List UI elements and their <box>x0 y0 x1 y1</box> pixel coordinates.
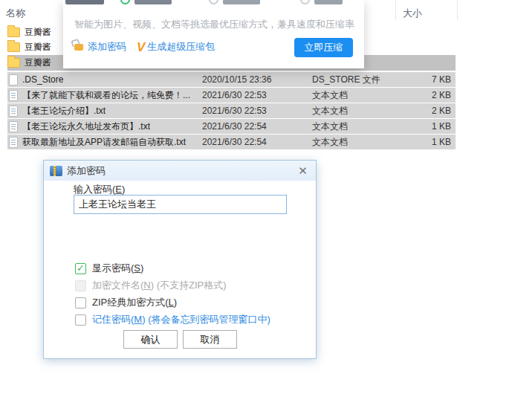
panel-links-row: 添加密码 V 生成超级压缩包 <box>74 40 215 54</box>
v-logo-icon: V <box>137 41 145 54</box>
file-date: 2021/6/30 22:53 <box>202 90 267 100</box>
radio-label-clipped <box>223 0 260 4</box>
show-password-checkbox-row[interactable]: 显示密码(S) <box>75 262 143 275</box>
list-item-file[interactable]: .DS_Store 2020/10/15 23:36 DS_STORE 文件 7… <box>7 72 456 87</box>
checkbox-disabled-icon <box>75 280 86 291</box>
list-item-file[interactable]: 【来了就能下载和观看的论坛，纯免费！... 2021/6/30 22:53 文本… <box>7 88 456 103</box>
checkbox-label: 显示密码(S) <box>92 262 143 275</box>
file-size: 1 KB <box>394 121 451 132</box>
config-label-clipped <box>65 0 104 4</box>
zip-classic-encryption-checkbox-row[interactable]: ZIP经典加密方式(L) <box>75 296 177 309</box>
close-icon[interactable]: ✕ <box>297 165 308 176</box>
checkbox-icon[interactable] <box>75 297 86 308</box>
encrypt-filename-checkbox-row: 加密文件名(N) (不支持ZIP格式) <box>75 279 227 292</box>
label-text: ) <box>122 184 125 195</box>
file-name: 豆瓣酱 <box>25 41 51 54</box>
file-size: 2 KB <box>394 106 451 116</box>
file-size: 1 KB <box>394 137 451 147</box>
dialog-title: 添加密码 <box>67 164 106 178</box>
list-item-file[interactable]: 【老王论坛永久地址发布页】.txt 2021/6/30 22:54 文本文档 1… <box>7 119 456 134</box>
file-type: 文本文档 <box>312 136 348 149</box>
radio-label-clipped <box>135 0 172 4</box>
text-file-icon <box>9 90 18 101</box>
dialog-titlebar[interactable]: 添加密码 <box>44 161 316 181</box>
compress-config-row-clipped <box>65 0 343 6</box>
file-date: 2021/6/30 22:53 <box>202 106 267 116</box>
folder-icon <box>7 28 20 37</box>
file-type: 文本文档 <box>312 120 348 133</box>
password-input[interactable] <box>74 195 287 214</box>
lock-icon <box>74 44 83 51</box>
folder-icon <box>7 42 20 52</box>
column-header-name[interactable]: 名称 <box>6 7 25 20</box>
compress-mode-description: 智能为图片、视频、文档等挑选最优压缩方式，兼具速度和压缩率 <box>74 18 354 31</box>
file-date: 2020/10/15 23:36 <box>202 74 271 85</box>
text-file-icon <box>9 121 18 132</box>
file-date: 2021/6/30 22:54 <box>202 137 267 147</box>
file-date: 2021/6/30 22:54 <box>202 121 267 132</box>
remember-password-checkbox-row[interactable]: 记住密码(M) (将会备忘到密码管理窗口中) <box>75 313 270 326</box>
radio-label-clipped <box>314 0 343 4</box>
confirm-button[interactable]: 确认 <box>123 330 178 349</box>
quick-compress-panel: 智能为图片、视频、文档等挑选最优压缩方式，兼具速度和压缩率 添加密码 V 生成超… <box>63 0 364 68</box>
list-item-file[interactable]: 获取最新地址及APP请发邮箱自动获取.txt 2021/6/30 22:54 文… <box>7 135 456 149</box>
file-name: .DS_Store <box>22 74 63 85</box>
explorer-window: 名称 大小 豆瓣酱 豆瓣酱 豆瓣酱 .DS_Store 2020/10/15 2… <box>0 0 512 420</box>
file-name: 【来了就能下载和观看的论坛，纯免费！... <box>22 89 190 102</box>
list-item-file[interactable]: 【老王论坛介绍】.txt 2021/6/30 22:53 文本文档 2 KB <box>7 103 456 118</box>
text-file-icon <box>9 137 18 148</box>
radio-option[interactable] <box>300 0 310 4</box>
checkbox-checked-icon[interactable] <box>75 263 86 274</box>
cancel-button[interactable]: 取消 <box>183 330 237 349</box>
file-name: 获取最新地址及APP请发邮箱自动获取.txt <box>22 136 186 149</box>
checkbox-label: 记住密码(M) (将会备忘到密码管理窗口中) <box>92 313 270 326</box>
label-text: 输入密码( <box>74 184 115 195</box>
super-archive-link[interactable]: 生成超级压缩包 <box>147 40 215 54</box>
file-icon <box>9 74 18 85</box>
file-type: DS_STORE 文件 <box>312 74 380 86</box>
file-size: 2 KB <box>394 90 451 100</box>
folder-icon <box>7 58 20 68</box>
file-type: 文本文档 <box>312 105 348 117</box>
column-divider <box>395 0 396 20</box>
add-password-dialog: 添加密码 ✕ 输入密码(E) 显示密码(S) 加密文件名(N) (不支持ZIP格… <box>43 160 317 359</box>
column-divider <box>457 0 458 20</box>
archive-app-icon <box>50 166 62 176</box>
file-name: 豆瓣酱 <box>25 56 51 69</box>
checkbox-label: 加密文件名(N) (不支持ZIP格式) <box>92 279 227 292</box>
file-name: 豆瓣酱 <box>25 26 51 39</box>
radio-option-selected[interactable] <box>120 0 130 4</box>
text-file-icon <box>9 106 18 117</box>
checkbox-label: ZIP经典加密方式(L) <box>92 296 177 309</box>
mnemonic: E <box>115 184 122 195</box>
add-password-link[interactable]: 添加密码 <box>88 40 126 54</box>
column-header-size[interactable]: 大小 <box>403 7 422 20</box>
checkbox-icon[interactable] <box>75 314 86 326</box>
file-type: 文本文档 <box>312 89 348 102</box>
file-size: 7 KB <box>394 74 451 85</box>
file-name: 【老王论坛永久地址发布页】.txt <box>22 120 150 133</box>
file-name: 【老王论坛介绍】.txt <box>22 105 106 117</box>
radio-option[interactable] <box>209 0 218 4</box>
compress-now-button[interactable]: 立即压缩 <box>294 38 353 57</box>
